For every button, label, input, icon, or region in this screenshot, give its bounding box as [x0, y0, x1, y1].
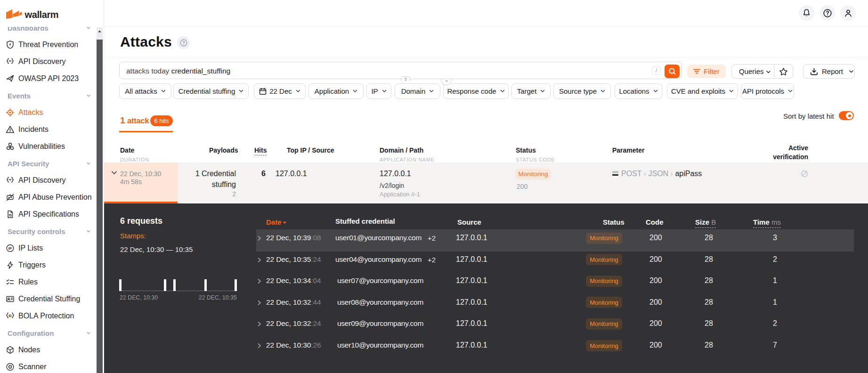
svg-text:ID: ID: [8, 314, 12, 317]
svg-text:wallarm: wallarm: [24, 9, 59, 20]
svg-text:IP: IP: [8, 246, 12, 251]
